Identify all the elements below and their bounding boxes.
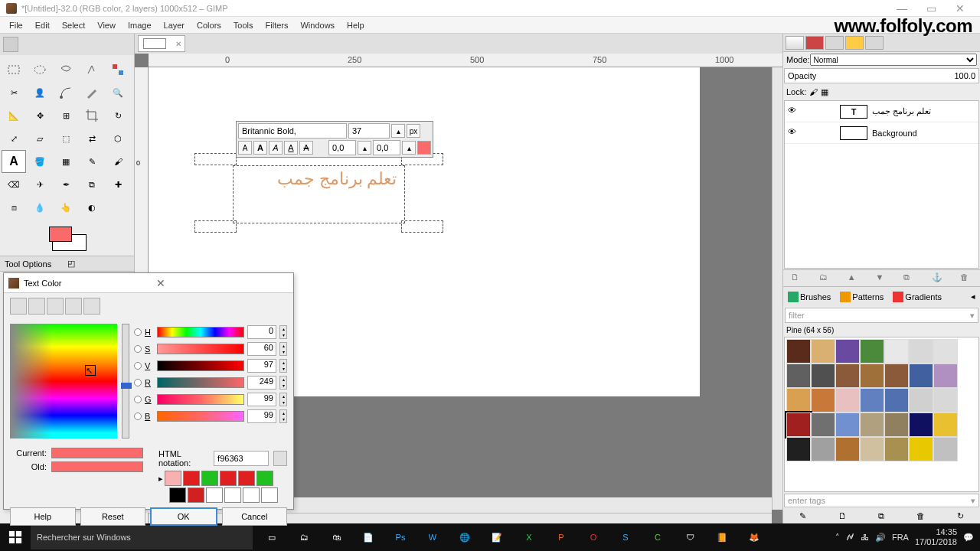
duplicate-pattern-icon[interactable]: ⧉ [878,511,884,521]
eyedropper-icon[interactable] [273,451,287,466]
gimp-selector-tab[interactable] [10,298,27,315]
channel-value[interactable]: 97 [247,359,276,373]
channel-spinner[interactable]: ▴▾ [279,376,287,390]
menu-file[interactable]: File [3,19,29,31]
new-layer-icon[interactable]: 🗋 [791,272,803,285]
layers-tab[interactable] [786,36,804,50]
color-swatch[interactable] [220,471,237,486]
pattern-item[interactable] [860,364,884,388]
perspective-tool[interactable]: ⬚ [54,127,78,150]
minimize-button[interactable]: — [888,2,916,15]
color-swatch[interactable] [0,225,134,256]
pattern-item[interactable] [811,412,835,437]
text-color-button[interactable] [417,141,431,155]
channel-slider[interactable] [157,411,244,422]
avast-icon[interactable]: 🛡 [674,523,706,551]
dodge-tool[interactable]: ◐ [80,196,104,219]
foreground-select-tool[interactable]: 👤 [28,81,52,104]
old-color[interactable] [51,461,143,472]
menu-select[interactable]: Select [56,19,92,31]
clear-style-button[interactable]: A [238,141,252,155]
size-spinner[interactable]: ▴ [391,124,405,138]
scissors-tool[interactable]: ✂ [2,81,26,104]
italic-button[interactable]: A [269,141,283,155]
menu-view[interactable]: View [91,19,122,31]
channel-value[interactable]: 99 [247,409,276,423]
pattern-item[interactable] [835,339,860,364]
channel-value[interactable]: 60 [247,342,276,356]
strike-button[interactable]: A [299,141,313,155]
duplicate-layer-icon[interactable]: ⧉ [903,272,916,285]
menu-colors[interactable]: Colors [191,19,227,31]
channel-value[interactable]: 249 [247,376,276,390]
notepad-icon[interactable]: 📄 [352,523,384,551]
cage-tool[interactable]: ⬡ [106,127,130,150]
battery-icon[interactable]: 🗲 [846,533,854,542]
gradients-tab[interactable]: Gradients [888,290,946,304]
color-cursor[interactable]: ↖ [85,365,96,376]
pattern-item[interactable] [933,388,958,412]
blur-tool[interactable]: 💧 [28,196,52,219]
histogram-tab[interactable] [865,36,884,50]
channel-spinner[interactable]: ▴▾ [279,359,287,373]
kerning-spinner[interactable]: ▴ [402,141,416,155]
scale-tool[interactable]: ⤢ [2,127,26,150]
pattern-item[interactable] [884,412,909,437]
pattern-item[interactable] [860,412,884,437]
text-tool[interactable]: A [2,150,26,173]
reset-button[interactable]: Reset [80,507,146,526]
tray-up-icon[interactable]: ˄ [835,533,840,543]
underline-button[interactable]: A [284,141,298,155]
channel-spinner[interactable]: ▴▾ [279,409,287,423]
pattern-item[interactable] [884,364,909,388]
watercolor-tab[interactable] [47,298,64,315]
fg-color[interactable] [49,227,72,242]
unit-select[interactable]: px [407,124,420,138]
palette-tab[interactable] [83,298,100,315]
channel-slider[interactable] [157,360,244,371]
channel-radio[interactable] [134,362,142,370]
powerpoint-icon[interactable]: P [545,523,577,551]
delete-pattern-icon[interactable]: 🗑 [916,511,925,520]
pattern-item[interactable] [909,388,933,412]
color-swatch[interactable] [183,471,200,486]
align-tool[interactable]: ⊞ [54,104,78,127]
bold-button[interactable]: A [253,141,267,155]
color-swatch[interactable] [206,487,223,503]
channel-radio[interactable] [134,396,142,403]
sublime-icon[interactable]: 📙 [706,523,738,551]
gimp-icon[interactable]: 🦊 [738,523,770,551]
pattern-item[interactable] [835,412,860,437]
font-input[interactable] [238,123,347,139]
heal-tool[interactable]: ✚ [106,173,130,196]
channel-radio[interactable] [134,345,142,353]
tab-menu-icon[interactable]: ◂ [966,292,980,302]
perspective-clone-tool[interactable]: ⧈ [2,196,26,219]
cmyk-tab[interactable] [28,298,45,315]
layer-name[interactable]: Background [872,129,917,138]
channel-spinner[interactable]: ▴▾ [279,342,287,356]
menu-help[interactable]: Help [341,19,371,31]
channel-slider[interactable] [157,327,244,337]
ellipse-select-tool[interactable] [28,58,52,81]
channels-tab[interactable] [805,36,824,50]
pattern-item[interactable] [811,388,835,412]
channel-radio[interactable] [134,379,142,386]
new-pattern-icon[interactable]: 🗋 [838,511,847,520]
language-icon[interactable]: FRA [892,533,909,542]
menu-filters[interactable]: Filters [260,19,295,31]
canvas-text[interactable]: تعلم برنامج جمب [234,166,404,192]
document-tab[interactable]: ✕ [138,35,185,52]
zoom-tool[interactable]: 🔍 [106,81,130,104]
pattern-item[interactable] [786,339,811,364]
pattern-item[interactable] [933,437,958,461]
store-icon[interactable]: 🛍 [320,523,352,551]
scrollbar-vertical[interactable] [772,67,782,510]
channel-spinner[interactable]: ▴▾ [279,393,287,406]
paths-tool[interactable] [54,81,78,104]
edit-pattern-icon[interactable]: ✎ [799,511,806,521]
undo-tab[interactable] [845,36,864,50]
pattern-item[interactable] [909,339,933,364]
word-icon[interactable]: W [416,523,449,551]
detach-icon[interactable]: ◰ [67,259,130,269]
